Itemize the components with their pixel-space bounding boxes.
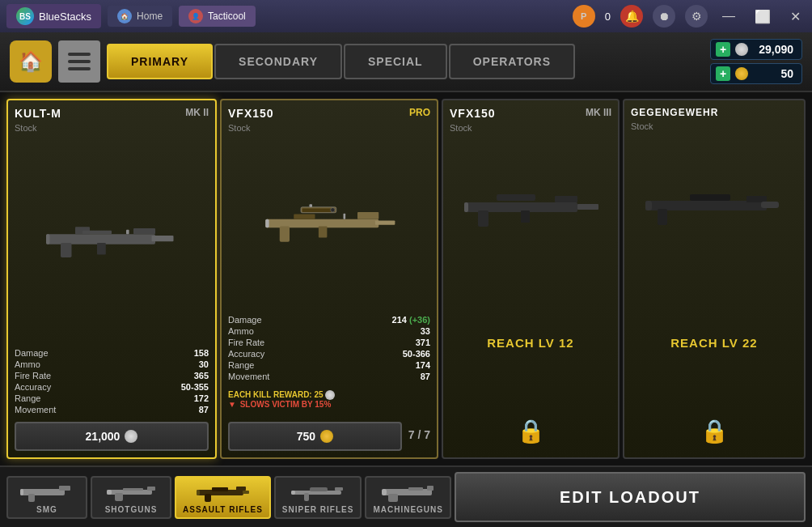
game-tab[interactable]: 👤 Tacticool (179, 6, 256, 27)
gold-coin-icon (735, 67, 748, 80)
svg-rect-47 (236, 487, 246, 491)
svg-rect-43 (115, 493, 123, 501)
svg-rect-0 (68, 53, 91, 56)
maximize-button[interactable]: ⬜ (750, 6, 776, 28)
bluestacks-app-tab[interactable]: BS BlueStacks (6, 4, 101, 28)
svg-rect-33 (658, 209, 667, 225)
svg-rect-32 (746, 196, 767, 202)
silver-currency: + 29,090 (710, 39, 802, 60)
svg-rect-20 (294, 214, 315, 219)
kult-stats: Damage 158 Ammo 30 Fire Rate 365 Accurac… (15, 347, 209, 415)
svg-rect-39 (28, 494, 35, 502)
svg-rect-28 (521, 210, 530, 223)
game-tab-label: Tacticool (208, 11, 246, 22)
tab-operators[interactable]: OPERATORS (449, 44, 575, 79)
tab-primary[interactable]: PRIMARY (107, 44, 213, 79)
svg-rect-7 (97, 243, 106, 254)
svg-rect-44 (107, 490, 112, 495)
svg-rect-40 (20, 489, 23, 495)
kult-buy-button[interactable]: 21,000 (15, 422, 209, 451)
svg-rect-38 (59, 486, 70, 491)
kult-tier: MK II (185, 107, 209, 118)
gegen-gun-svg (641, 176, 787, 233)
weapon-card-gegen[interactable]: GEGENGEWEHR Stock REACH LV 22 🔒 (623, 99, 806, 459)
category-shotguns[interactable]: SHOTGUNS (91, 476, 171, 519)
nav-tabs: PRIMARY SECONDARY SPECIAL OPERATORS (107, 44, 704, 79)
svg-rect-27 (478, 210, 488, 227)
title-controls: P 0 🔔 ⏺ ⚙ — ⬜ ✕ (573, 5, 806, 28)
minimize-button[interactable]: — (717, 6, 740, 27)
slow-text: ▼ SLOWS VICTIM BY 15% (228, 400, 430, 409)
svg-rect-49 (205, 494, 211, 502)
reward-coin-icon (325, 390, 335, 400)
sniper-label: SNIPER RIFLES (282, 505, 354, 514)
close-button[interactable]: ✕ (785, 6, 806, 28)
svg-rect-11 (82, 230, 112, 234)
svg-rect-58 (427, 486, 433, 491)
assault-label: ASSAULT RIFLES (183, 505, 263, 514)
notification-icon[interactable]: 🔔 (620, 5, 643, 28)
vfx-mkiii-lock: 🔒 (450, 411, 611, 451)
svg-rect-2 (68, 67, 91, 70)
vfx-pro-stats: Damage 214 (+36) Ammo 33 Fire Rate 371 A… (228, 314, 430, 382)
stat-accuracy: Accuracy 50-355 (15, 381, 209, 393)
svg-rect-4 (133, 228, 155, 234)
add-silver-button[interactable]: + (716, 42, 730, 57)
svg-rect-1 (68, 60, 91, 63)
svg-rect-15 (310, 204, 313, 207)
category-machineguns[interactable]: MACHINEGUNS (365, 476, 451, 519)
gegen-reach-text: REACH LV 22 (670, 336, 757, 350)
stat-movement-pro: Movement 87 (228, 371, 430, 382)
vfx-mkiii-reach: REACH LV 12 (450, 274, 611, 411)
category-smg[interactable]: SMG (6, 476, 87, 519)
home-button[interactable]: 🏠 (10, 40, 52, 83)
vfx-pro-tier: PRO (409, 107, 430, 118)
svg-rect-26 (497, 194, 535, 201)
smg-icon (19, 481, 75, 504)
svg-rect-10 (126, 229, 129, 233)
smg-label: SMG (36, 505, 57, 514)
vfx-mkiii-header: VFX150 MK III (450, 107, 611, 120)
weapon-card-kult[interactable]: KULT-M MK II Stock (6, 99, 217, 459)
vfx-pro-image (228, 138, 430, 308)
svg-rect-17 (319, 226, 328, 237)
machinegun-icon (380, 481, 437, 504)
home-tab-label: Home (137, 11, 163, 22)
svg-rect-35 (645, 201, 652, 210)
weapon-card-vfx-mkiii[interactable]: VFX150 MK III Stock REACH LV 12 � (442, 99, 620, 459)
machineguns-label: MACHINEGUNS (373, 505, 443, 514)
home-tab-icon: 🏠 (117, 9, 132, 23)
home-tab[interactable]: 🏠 Home (108, 6, 172, 27)
bluestacks-label: BlueStacks (39, 11, 91, 23)
gold-currency: + 50 (710, 63, 802, 84)
svg-rect-50 (197, 490, 200, 495)
category-assault-rifles[interactable]: ASSAULT RIFLES (175, 476, 271, 519)
vfx-pro-buy-button[interactable]: 750 (228, 422, 402, 451)
game-tab-icon: 👤 (188, 9, 203, 23)
stat-firerate: Fire Rate 365 (15, 370, 209, 381)
svg-rect-22 (302, 208, 335, 211)
vfx-mkiii-gun-svg (458, 178, 603, 235)
gold-value: 50 (753, 67, 793, 80)
settings-icon[interactable]: ⚙ (685, 5, 708, 28)
vfx-mkiii-name: VFX150 (450, 107, 496, 120)
svg-rect-18 (265, 219, 269, 227)
kult-header: KULT-M MK II (15, 107, 209, 120)
vfx-pro-gun-svg (256, 194, 402, 251)
add-gold-button[interactable]: + (716, 66, 730, 81)
svg-rect-42 (147, 487, 155, 491)
bottom-bar: SMG SHOTGUNS (0, 465, 812, 527)
vfx-mkiii-tier: MK III (586, 107, 611, 118)
weapon-card-vfx-pro[interactable]: VFX150 PRO Stock (220, 99, 438, 459)
svg-rect-3 (46, 234, 155, 244)
category-sniper[interactable]: SNIPER RIFLES (274, 476, 362, 519)
record-icon[interactable]: ⏺ (653, 5, 675, 28)
menu-button[interactable] (58, 40, 100, 83)
kult-name: KULT-M (15, 107, 61, 120)
tab-special[interactable]: SPECIAL (344, 44, 447, 79)
tab-secondary[interactable]: SECONDARY (214, 44, 342, 79)
edit-loadout-button[interactable]: EDIT LOADOUT (455, 472, 806, 522)
svg-rect-59 (388, 494, 398, 502)
svg-rect-56 (291, 491, 295, 495)
svg-rect-29 (464, 202, 468, 212)
